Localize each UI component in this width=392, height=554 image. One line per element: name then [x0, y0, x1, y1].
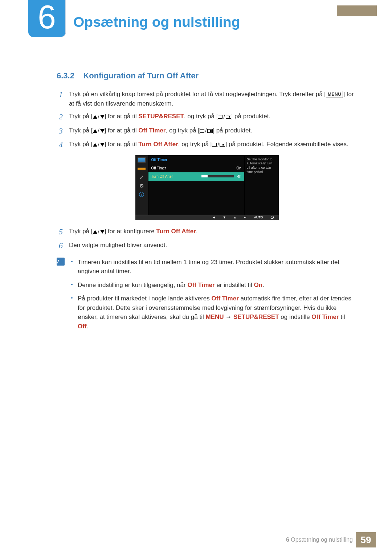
note-icon	[57, 258, 65, 266]
bullet-text: Timeren kan indstilles til en tid mellem…	[78, 258, 357, 276]
chapter-title: Opsætning og nulstilling	[73, 12, 240, 33]
bullet-1: Timeren kan indstilles til en tid mellem…	[70, 258, 357, 276]
chapter-header: 6 Opsætning og nulstilling	[28, 0, 355, 47]
text: er indstillet til	[215, 282, 254, 288]
text: til	[339, 313, 345, 320]
text: , og tryk på [	[166, 127, 200, 134]
step-list: 1 Tryk på en vilkårlig knap forrest på p…	[59, 90, 357, 150]
text: Tryk på [	[69, 228, 93, 235]
step-text: Tryk på [ / ] for at konfigurere Turn Of…	[69, 227, 357, 237]
step-list-cont: 5 Tryk på [ / ] for at konfigurere Turn …	[59, 227, 357, 251]
note-block: Timeren kan indstilles til en tid mellem…	[57, 258, 357, 336]
bullet-dot-icon	[71, 284, 73, 285]
osd-screenshot: ⤢ ⚙ ⓘ Off Timer Off Timer On Turn Off Af…	[135, 155, 279, 220]
osd-row-turnoffafter: Turn Off After 4h	[148, 172, 244, 181]
menu-button-label: MENU	[326, 91, 343, 98]
enter-source-icon: /	[200, 127, 213, 135]
osd-help-text: Set the monitor to automatically turn of…	[244, 155, 279, 215]
step-number: 5	[59, 227, 69, 237]
osd-row-value: 4h	[237, 174, 241, 179]
footer-chapter-title: Opsætning og nulstilling	[291, 537, 353, 543]
text: ] på produktet.	[231, 113, 271, 120]
osd-bottom-bar: ◄ ▼ ▲ ↵ AUTO ⏻	[135, 215, 279, 220]
text: Tryk på en vilkårlig knap forrest på pro…	[69, 91, 326, 98]
bullet-text: På produkter til markedet i nogle lande …	[78, 294, 357, 331]
step-number: 2	[59, 112, 69, 122]
up-down-icon: /	[93, 141, 105, 149]
footer-text: 6 Opsætning og nulstilling	[286, 535, 353, 544]
left-arrow-icon: ◄	[212, 215, 216, 220]
step-number: 3	[59, 126, 69, 136]
offtimer-label: Off Timer	[187, 282, 215, 288]
text: ] på produktet.	[213, 127, 252, 134]
bullet-2: Denne indstilling er kun tilgængelig, nå…	[70, 280, 357, 290]
target-offtimer: Off Timer	[138, 127, 166, 134]
section-number: 6.3.2	[57, 71, 74, 80]
offtimer-label: Off Timer	[311, 313, 339, 320]
text: .	[262, 282, 264, 288]
text: ] for at gå til	[105, 127, 139, 134]
text: .	[87, 323, 89, 330]
text: , og tryk på [	[178, 141, 212, 148]
power-icon: ⏻	[270, 215, 274, 220]
text: ] for at gå til	[105, 141, 139, 148]
menu-label: MENU	[205, 313, 224, 320]
target-setupreset: SETUP&RESET	[138, 113, 184, 120]
enter-source-icon: /	[218, 113, 231, 121]
size-icon: ⤢	[137, 174, 146, 181]
arrow-icon: →	[224, 313, 233, 320]
info-icon: ⓘ	[137, 192, 146, 198]
up-down-icon: /	[93, 127, 105, 135]
text: ] for at gå til	[105, 113, 139, 120]
text: .	[196, 228, 198, 235]
gear-icon: ⚙	[137, 183, 146, 189]
step-number: 4	[59, 140, 69, 150]
bullet-list: Timeren kan indstilles til en tid mellem…	[70, 258, 357, 336]
enter-source-icon: /	[212, 141, 225, 149]
osd-row-offtimer: Off Timer On	[148, 164, 244, 172]
up-arrow-icon: ▲	[233, 215, 237, 220]
step-2: 2 Tryk på [ / ] for at gå til SETUP&RESE…	[59, 112, 357, 122]
text: Tryk på [	[69, 141, 93, 148]
bullet-3: På produkter til markedet i nogle lande …	[70, 294, 357, 331]
page-footer: 6 Opsætning og nulstilling 59	[286, 532, 376, 547]
text: Tryk på [	[69, 113, 93, 120]
off-label: Off	[78, 323, 87, 330]
osd-slider	[201, 175, 234, 177]
text: ] på produktet. Følgende skærmbillede vi…	[225, 141, 348, 148]
bullet-dot-icon	[71, 297, 73, 299]
chapter-number-tab: 6	[28, 0, 65, 37]
text: På produkter til markedet i nogle lande …	[78, 295, 212, 302]
offtimer-label: Off Timer	[212, 295, 239, 302]
step-number: 1	[59, 90, 69, 108]
section-title: Konfiguration af Turn Off After	[83, 71, 199, 80]
body-content: 6.3.2 Konfiguration af Turn Off After 1 …	[57, 70, 357, 335]
osd-row-label: Off Timer	[151, 165, 166, 171]
setupreset-label: SETUP&RESET	[233, 313, 279, 320]
osd-row-label: Turn Off After	[151, 174, 173, 179]
enter-icon: ↵	[244, 215, 247, 220]
text: og indstille	[279, 313, 312, 320]
color-icon	[137, 165, 146, 172]
step-text: Tryk på [ / ] for at gå til Off Timer, o…	[69, 126, 357, 136]
osd-title: Off Timer	[148, 155, 244, 164]
up-down-icon: /	[93, 228, 105, 236]
section-heading: 6.3.2 Konfiguration af Turn Off After	[57, 70, 357, 82]
text: ] for at konfigurere	[105, 228, 156, 235]
osd-content: Off Timer Off Timer On Turn Off After 4h	[148, 155, 244, 215]
text: , og tryk på [	[184, 113, 218, 120]
up-down-icon: /	[93, 113, 105, 121]
target-turnoffafter: Turn Off After	[138, 141, 178, 148]
step-4: 4 Tryk på [ / ] for at gå til Turn Off A…	[59, 140, 357, 150]
text: Denne indstilling er kun tilgængelig, nå…	[78, 282, 187, 288]
bullet-dot-icon	[71, 261, 73, 262]
on-label: On	[254, 282, 262, 288]
bullet-text: Denne indstilling er kun tilgængelig, nå…	[78, 280, 357, 290]
down-arrow-icon: ▼	[223, 215, 226, 220]
step-6: 6 Den valgte mulighed bliver anvendt.	[59, 241, 357, 251]
step-text: Tryk på [ / ] for at gå til Turn Off Aft…	[69, 140, 357, 150]
step-3: 3 Tryk på [ / ] for at gå til Off Timer,…	[59, 126, 357, 136]
step-text: Tryk på en vilkårlig knap forrest på pro…	[69, 90, 357, 108]
step-text: Den valgte mulighed bliver anvendt.	[69, 241, 357, 251]
osd-sidebar: ⤢ ⚙ ⓘ	[135, 155, 148, 215]
